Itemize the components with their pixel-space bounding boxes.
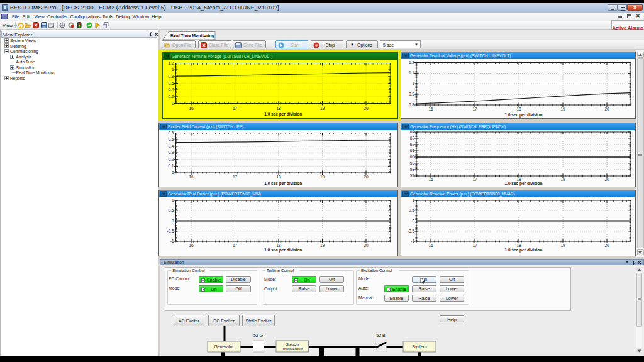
svg-text:17: 17 (472, 107, 477, 111)
svg-text:18: 18 (516, 107, 521, 111)
svg-text:19: 19 (320, 106, 325, 111)
svg-text:18: 18 (276, 106, 281, 111)
svg-text:1.0 sec per division: 1.0 sec per division (264, 248, 302, 253)
svg-text:Transformer: Transformer (282, 347, 303, 351)
svg-text:1.2: 1.2 (409, 60, 414, 65)
svg-text:18: 18 (516, 243, 521, 248)
svg-text:64: 64 (410, 130, 415, 134)
svg-text:Generator: Generator (214, 344, 234, 349)
svg-text:1.0 sec per division: 1.0 sec per division (264, 181, 302, 186)
svg-text:16: 16 (428, 177, 433, 182)
svg-text:0.8: 0.8 (168, 74, 174, 79)
svg-text:0: 0 (172, 170, 174, 175)
svg-text:20: 20 (604, 107, 609, 111)
svg-text:0.5: 0.5 (409, 208, 414, 212)
svg-text:57: 57 (410, 173, 415, 178)
svg-text:19: 19 (560, 243, 565, 248)
svg-text:0: 0 (172, 101, 174, 106)
svg-text:16: 16 (428, 243, 433, 248)
svg-text:0.6: 0.6 (168, 131, 174, 135)
svg-text:19: 19 (320, 175, 325, 179)
svg-text:1.0 sec per division: 1.0 sec per division (505, 112, 543, 118)
svg-text:1: 1 (172, 198, 174, 202)
svg-text:0.9: 0.9 (409, 92, 414, 96)
svg-text:52 G: 52 G (253, 333, 263, 337)
svg-text:61: 61 (410, 148, 415, 153)
svg-text:0.5: 0.5 (168, 137, 174, 141)
svg-text:0.4: 0.4 (168, 87, 174, 92)
svg-text:18: 18 (276, 243, 281, 248)
svg-text:59: 59 (410, 161, 415, 165)
svg-text:0.2: 0.2 (168, 157, 174, 162)
svg-text:18: 18 (276, 175, 281, 179)
svg-text:0: 0 (172, 219, 174, 223)
svg-text:62: 62 (410, 142, 415, 146)
svg-text:0.1: 0.1 (168, 163, 174, 168)
svg-text:16: 16 (189, 106, 194, 111)
svg-text:System: System (412, 344, 427, 349)
svg-text:-0.5: -0.5 (167, 229, 174, 233)
svg-text:1.1: 1.1 (409, 70, 414, 75)
svg-text:20: 20 (604, 177, 609, 182)
svg-text:1.0 sec per division: 1.0 sec per division (505, 181, 543, 186)
svg-text:0.2: 0.2 (168, 94, 174, 99)
svg-text:-1: -1 (411, 239, 414, 243)
svg-text:0.8: 0.8 (409, 102, 414, 107)
svg-text:19: 19 (560, 107, 565, 111)
svg-text:-1: -1 (170, 239, 174, 243)
svg-text:1.2: 1.2 (168, 61, 174, 65)
svg-text:17: 17 (472, 177, 477, 182)
svg-text:16: 16 (189, 243, 194, 248)
svg-text:63: 63 (410, 136, 415, 140)
svg-text:52 B: 52 B (376, 333, 386, 337)
svg-text:-0.5: -0.5 (408, 229, 415, 233)
svg-text:16: 16 (189, 175, 194, 179)
svg-text:60: 60 (410, 155, 415, 159)
svg-text:17: 17 (233, 106, 238, 111)
svg-text:0.4: 0.4 (168, 144, 174, 148)
svg-text:1.0 sec per division: 1.0 sec per division (264, 112, 302, 117)
svg-text:20: 20 (364, 106, 369, 111)
svg-text:1: 1 (172, 67, 174, 72)
svg-text:0.6: 0.6 (168, 81, 174, 85)
svg-text:1: 1 (412, 198, 414, 202)
svg-text:19: 19 (560, 177, 565, 182)
svg-text:17: 17 (472, 243, 477, 248)
svg-text:17: 17 (233, 243, 238, 248)
svg-text:17: 17 (233, 175, 238, 179)
svg-text:19: 19 (320, 243, 325, 248)
svg-text:20: 20 (604, 243, 609, 248)
svg-text:58: 58 (410, 167, 415, 172)
svg-text:20: 20 (364, 243, 369, 248)
svg-text:StepUp: StepUp (286, 343, 299, 346)
svg-text:1.0 sec per division: 1.0 sec per division (505, 248, 543, 253)
svg-text:0: 0 (412, 219, 414, 223)
svg-text:16: 16 (428, 107, 433, 111)
svg-text:0.3: 0.3 (168, 150, 174, 155)
svg-text:0.5: 0.5 (168, 208, 174, 212)
svg-text:1: 1 (412, 81, 414, 85)
svg-text:20: 20 (364, 175, 369, 179)
